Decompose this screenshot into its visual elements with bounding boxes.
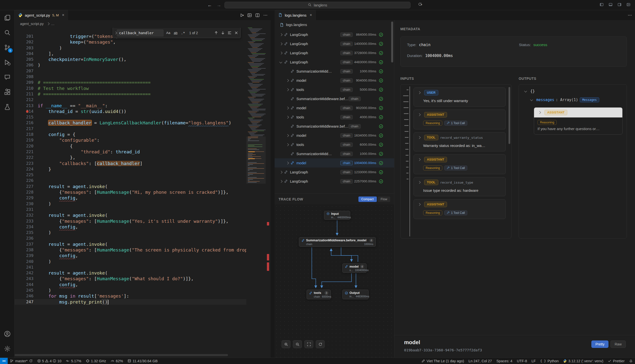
code-line[interactable]: 219 "configurable": xyxy=(15,137,246,143)
statusbar-encoding[interactable]: UTF-8 xyxy=(515,358,529,364)
tool-call-badge[interactable]: 1 Tool Call xyxy=(444,121,467,126)
trace-row[interactable]: LangGraph chain 864000.00ms xyxy=(274,30,394,39)
zoom-in-button[interactable] xyxy=(281,340,290,348)
regex-toggle[interactable]: .* xyxy=(180,30,186,36)
code-line[interactable]: 221 "thread_id": thread_id xyxy=(15,149,246,154)
reasoning-badge[interactable]: Reasoning xyxy=(423,210,442,215)
code-line[interactable]: 247 msg.pretty_print() xyxy=(15,299,246,305)
toggle-sidebar-icon[interactable] xyxy=(600,3,605,8)
flow-node-tools[interactable]: tools3 chain6000ms xyxy=(306,290,331,299)
code-line[interactable]: 230 ) xyxy=(15,201,246,207)
message-card[interactable]: TOOLrecord_warranty_statusWarranty statu… xyxy=(414,132,506,152)
breadcrumb[interactable]: agent_script.py … xyxy=(15,20,271,28)
message-card[interactable]: ASSISTANTReasoning1 Tool Call xyxy=(414,110,506,129)
code-line[interactable]: 210# Test the workflow xyxy=(15,86,246,91)
code-line[interactable]: 224 } xyxy=(15,166,246,172)
code-line[interactable]: 220 { xyxy=(15,143,246,149)
reasoning-badge[interactable]: Reasoning xyxy=(537,120,557,125)
tree-chevron-icon[interactable] xyxy=(278,42,284,46)
close-tab-icon[interactable]: × xyxy=(310,13,312,17)
more-actions-icon[interactable] xyxy=(263,13,268,17)
code-line[interactable]: 240 ) xyxy=(15,259,246,264)
overview-ruler[interactable] xyxy=(266,28,271,358)
minimap[interactable] xyxy=(246,28,266,358)
statusbar-indentation[interactable]: Spaces: 4 xyxy=(494,358,515,364)
chevron-right-icon[interactable] xyxy=(417,180,422,184)
code-line[interactable]: 218 config = { xyxy=(15,132,246,137)
chevron-right-icon[interactable] xyxy=(417,112,422,117)
toggle-panel-icon[interactable] xyxy=(609,3,614,8)
toggle-secondary-sidebar-icon[interactable] xyxy=(618,3,622,8)
horizontal-scrollbar[interactable] xyxy=(15,354,228,356)
trace-row[interactable]: LangGraph chain 1400000.00ms xyxy=(274,39,394,48)
message-card[interactable]: TOOLrecord_issue_typeIssue type recorded… xyxy=(414,177,506,196)
code-line[interactable]: 227 result = agent.invoke( xyxy=(15,184,246,189)
breakpoint-icon[interactable] xyxy=(26,110,29,113)
message-minimap[interactable] xyxy=(401,86,410,236)
statusbar-notifications[interactable] xyxy=(627,358,635,364)
code-line[interactable]: 222 }, xyxy=(15,154,246,160)
run-debug-icon[interactable] xyxy=(0,55,15,70)
code-line[interactable]: 208 xyxy=(15,74,246,80)
chevron-down-icon[interactable] xyxy=(523,89,529,94)
json-field-name[interactable]: messages xyxy=(536,98,554,102)
statusbar-eol[interactable]: LF xyxy=(529,358,538,364)
extensions-icon[interactable] xyxy=(0,84,15,99)
code-line[interactable]: 211# ===================================… xyxy=(15,91,246,97)
flow-toggle-button[interactable]: Flow xyxy=(378,196,390,202)
source-control-icon[interactable]: 5 xyxy=(0,40,15,55)
code-line[interactable]: 215 xyxy=(15,114,246,120)
close-tab-icon[interactable]: × xyxy=(62,13,64,17)
statusbar-cpu-frequency[interactable]: 1.32 GHz xyxy=(84,358,108,364)
settings-gear-icon[interactable] xyxy=(0,341,15,356)
trace-row[interactable]: SummarizationMiddleware.bef… chain xyxy=(274,94,394,103)
find-in-selection-icon[interactable] xyxy=(227,31,232,35)
whole-word-toggle[interactable]: ab xyxy=(173,30,179,35)
code-line[interactable]: 225 xyxy=(15,172,246,178)
trace-row[interactable]: tools chain 5000.00ms xyxy=(274,85,394,94)
open-changes-icon[interactable] xyxy=(247,13,252,17)
trace-row[interactable]: LangGraph chain 4483000.00ms xyxy=(274,58,394,67)
code-line[interactable]: 243 {"messages": [HumanMessage("What sho… xyxy=(15,276,246,282)
find-input[interactable]: callback_handler xyxy=(117,30,163,36)
code-line[interactable]: 206) xyxy=(15,62,246,68)
code-line[interactable]: 216 callback_handler = LangLensCallbackH… xyxy=(15,120,246,126)
tree-chevron-icon[interactable] xyxy=(278,170,284,174)
statusbar-python-interpreter[interactable]: 3.12.12 ('.venv': venv) xyxy=(561,358,605,364)
code-line[interactable]: 238 {"messages": [HumanMessage("The scre… xyxy=(15,247,246,253)
code-line[interactable]: 226 xyxy=(15,178,246,183)
find-next-icon[interactable] xyxy=(221,31,225,35)
chat-icon[interactable] xyxy=(0,70,15,84)
code-line[interactable]: 237 result = agent.invoke( xyxy=(15,241,246,247)
flow-node-summarizatio[interactable]: SummarizationMiddleware.before_model4 ch… xyxy=(299,237,376,247)
statusbar-cpu-load[interactable]: 62% xyxy=(108,358,125,364)
trace-row[interactable]: LangGraph chain 1233000.00ms xyxy=(274,168,394,177)
code-line[interactable]: 223 "callbacks": [callback_handler] xyxy=(15,160,246,166)
reasoning-badge[interactable]: Reasoning xyxy=(423,166,442,170)
trace-row[interactable]: SummarizationMiddleware.bef… chain xyxy=(274,122,394,131)
tree-chevron-icon[interactable] xyxy=(285,142,290,147)
chevron-right-icon[interactable] xyxy=(537,110,542,115)
trace-row[interactable]: LangGraph chain 3728000.00ms xyxy=(274,48,394,58)
chevron-right-icon[interactable] xyxy=(417,157,422,162)
code-line[interactable]: 236 xyxy=(15,236,246,241)
trace-flow-canvas[interactable]: Input in...4483000msSummarizationMiddlew… xyxy=(274,204,394,358)
search-icon[interactable] xyxy=(0,25,15,40)
code-line[interactable]: 239 config, xyxy=(15,253,246,258)
code-line[interactable]: 203 ) xyxy=(15,45,246,51)
chevron-right-icon[interactable] xyxy=(417,90,422,95)
find-previous-icon[interactable] xyxy=(214,31,218,35)
tree-chevron-icon[interactable] xyxy=(285,78,290,83)
explorer-icon[interactable] xyxy=(0,10,15,25)
code-line[interactable]: 229 config, xyxy=(15,195,246,201)
statusbar-language-mode[interactable]: { }Python xyxy=(538,358,561,364)
statusbar-perf[interactable]: 5.17% xyxy=(64,358,83,364)
message-card[interactable]: ASSISTANTReasoning1 Tool Call xyxy=(414,199,506,219)
customize-layout-icon[interactable] xyxy=(626,3,631,8)
message-card[interactable]: USERYes, it's still under warranty xyxy=(414,88,506,106)
code-line[interactable]: 241 xyxy=(15,264,246,270)
code-line[interactable]: 202 keep=("messages", xyxy=(15,39,246,45)
statusbar-memory[interactable]: 11.41/30.64 GB xyxy=(125,358,160,364)
statusbar-formatter[interactable]: Prettier xyxy=(605,358,627,364)
code-line[interactable]: 209# ===================================… xyxy=(15,80,246,85)
